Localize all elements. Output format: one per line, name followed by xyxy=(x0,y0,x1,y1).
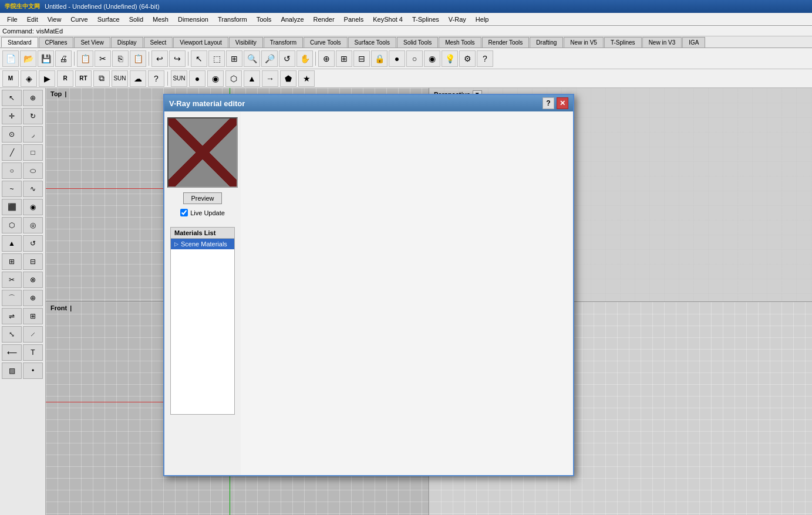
rotate-btn[interactable]: ↺ xyxy=(279,50,295,67)
menu-render[interactable]: Render xyxy=(309,15,339,24)
tab-set-view[interactable]: Set View xyxy=(74,37,110,48)
tab-mesh-tools[interactable]: Mesh Tools xyxy=(439,37,481,48)
tab-curve-tools[interactable]: Curve Tools xyxy=(304,37,348,48)
snap-btn[interactable]: ⊕ xyxy=(318,50,335,67)
menu-surface[interactable]: Surface xyxy=(93,15,124,24)
menu-solid[interactable]: Solid xyxy=(124,15,148,24)
layer-btn[interactable]: ⧉ xyxy=(93,70,110,87)
sidebar-text[interactable]: T xyxy=(23,344,43,361)
zoom-out-btn[interactable]: 🔎 xyxy=(261,50,278,67)
menu-curve[interactable]: Curve xyxy=(66,15,92,24)
arrow-btn[interactable]: → xyxy=(262,70,278,87)
render-btn[interactable]: ◉ xyxy=(424,50,440,67)
open-btn[interactable]: 📂 xyxy=(20,50,36,67)
undo-btn[interactable]: ↩ xyxy=(151,50,168,67)
tab-display[interactable]: Display xyxy=(111,37,143,48)
new-btn[interactable]: 📄 xyxy=(2,50,19,67)
sidebar-shear[interactable]: ⟋ xyxy=(23,326,43,343)
tab-cplanes[interactable]: CPlanes xyxy=(39,37,74,48)
sidebar-rotate2[interactable]: ↻ xyxy=(23,108,43,124)
dialog-help-btn[interactable]: ? xyxy=(543,97,554,109)
tab-iga[interactable]: IGA xyxy=(682,37,705,48)
sidebar-array[interactable]: ⊞ xyxy=(23,308,43,324)
sidebar-join[interactable]: ⊞ xyxy=(2,253,22,270)
sidebar-rect[interactable]: □ xyxy=(23,144,43,161)
clipboard-btn[interactable]: 📋 xyxy=(77,50,93,67)
sphere3-btn[interactable]: ◉ xyxy=(207,70,224,87)
sidebar-cursor[interactable]: ↖ xyxy=(2,90,22,106)
sidebar-split[interactable]: ⊗ xyxy=(23,272,43,288)
paste-btn[interactable]: 📋 xyxy=(130,50,146,67)
zoom-extent-btn[interactable]: ⊞ xyxy=(226,50,242,67)
tab-viewport-layout[interactable]: Viewport Layout xyxy=(173,37,228,48)
sidebar-scale[interactable]: ⤡ xyxy=(2,326,22,343)
print-btn[interactable]: 🖨 xyxy=(55,50,72,67)
sun2-btn[interactable]: SUN xyxy=(112,70,128,87)
menu-analyze[interactable]: Analyze xyxy=(276,15,308,24)
sidebar-move[interactable]: ✛ xyxy=(2,108,22,124)
save-btn[interactable]: 💾 xyxy=(38,50,54,67)
sidebar-sphere4[interactable]: ◉ xyxy=(23,199,43,215)
star-btn[interactable]: ★ xyxy=(298,70,315,87)
r-btn[interactable]: R xyxy=(57,70,73,87)
light-btn[interactable]: 💡 xyxy=(442,50,458,67)
snap2-btn[interactable]: ◈ xyxy=(21,70,37,87)
preview-button[interactable]: Preview xyxy=(183,192,221,204)
sidebar-ellipse[interactable]: ⬭ xyxy=(23,162,43,179)
sidebar-fillet[interactable]: ⌒ xyxy=(2,290,22,306)
sidebar-dim[interactable]: ⟵ xyxy=(2,344,22,361)
menu-tools[interactable]: Tools xyxy=(252,15,277,24)
select-btn[interactable]: ↖ xyxy=(191,50,207,67)
sidebar-revolve[interactable]: ↺ xyxy=(23,235,43,252)
tab-tsplines[interactable]: T-Splines xyxy=(604,37,642,48)
sun3-btn[interactable]: SUN xyxy=(171,70,187,87)
rt-btn[interactable]: RT xyxy=(75,70,92,87)
sidebar-torus[interactable]: ◎ xyxy=(23,217,43,233)
sidebar-cyl[interactable]: ⬡ xyxy=(2,217,22,233)
copy-btn[interactable]: ⎘ xyxy=(112,50,129,67)
menu-tsplines[interactable]: T-Splines xyxy=(407,15,444,24)
zoom-in-btn[interactable]: 🔍 xyxy=(244,50,260,67)
redo-btn[interactable]: ↪ xyxy=(169,50,186,67)
tab-drafting[interactable]: Drafting xyxy=(530,37,563,48)
wire-btn[interactable]: ○ xyxy=(406,50,423,67)
sidebar-arc[interactable]: ◞ xyxy=(23,126,43,143)
tab-new-v5[interactable]: New in V5 xyxy=(564,37,604,48)
help2-btn[interactable]: ? xyxy=(148,70,164,87)
select2-btn[interactable]: ⬚ xyxy=(208,50,225,67)
menu-file[interactable]: File xyxy=(2,15,22,24)
pan-btn[interactable]: ✋ xyxy=(297,50,313,67)
sidebar-curve[interactable]: ~ xyxy=(2,181,22,197)
ortho-btn[interactable]: ⊞ xyxy=(336,50,352,67)
menu-vray[interactable]: V-Ray xyxy=(444,15,471,24)
tab-transform[interactable]: Transform xyxy=(264,37,303,48)
grid-btn[interactable]: ⊟ xyxy=(353,50,370,67)
mode-btn[interactable]: M xyxy=(2,70,19,87)
mat-item-scene[interactable]: ▷ Scene Materials xyxy=(171,239,234,249)
settings-btn[interactable]: ⚙ xyxy=(459,50,476,67)
lock-btn[interactable]: 🔒 xyxy=(371,50,388,67)
sidebar-trim[interactable]: ✂ xyxy=(2,272,22,288)
tab-select[interactable]: Select xyxy=(144,37,173,48)
sphere2-btn[interactable]: ● xyxy=(189,70,205,87)
sidebar-line[interactable]: ╱ xyxy=(2,144,22,161)
menu-edit[interactable]: Edit xyxy=(22,15,43,24)
render2-btn[interactable]: ▶ xyxy=(39,70,55,87)
menu-dimension[interactable]: Dimension xyxy=(173,15,213,24)
menu-mesh[interactable]: Mesh xyxy=(148,15,173,24)
tab-standard[interactable]: Standard xyxy=(1,37,38,48)
dialog-close-btn[interactable]: ✕ xyxy=(557,97,568,109)
tab-solid-tools[interactable]: Solid Tools xyxy=(397,37,438,48)
menu-transform[interactable]: Transform xyxy=(213,15,252,24)
sphere-btn[interactable]: ● xyxy=(389,50,405,67)
poly-btn[interactable]: ⬟ xyxy=(280,70,297,87)
sidebar-freeform[interactable]: ∿ xyxy=(23,181,43,197)
cylinder-btn[interactable]: ⬡ xyxy=(225,70,242,87)
live-update-checkbox[interactable] xyxy=(180,209,188,216)
cone-btn[interactable]: ▲ xyxy=(244,70,260,87)
cloud-btn[interactable]: ☁ xyxy=(130,70,146,87)
sidebar-box[interactable]: ⬛ xyxy=(2,199,22,215)
sidebar-crosshair[interactable]: ⊕ xyxy=(23,90,43,106)
help-btn[interactable]: ? xyxy=(477,50,493,67)
sidebar-circle[interactable]: ○ xyxy=(2,162,22,179)
